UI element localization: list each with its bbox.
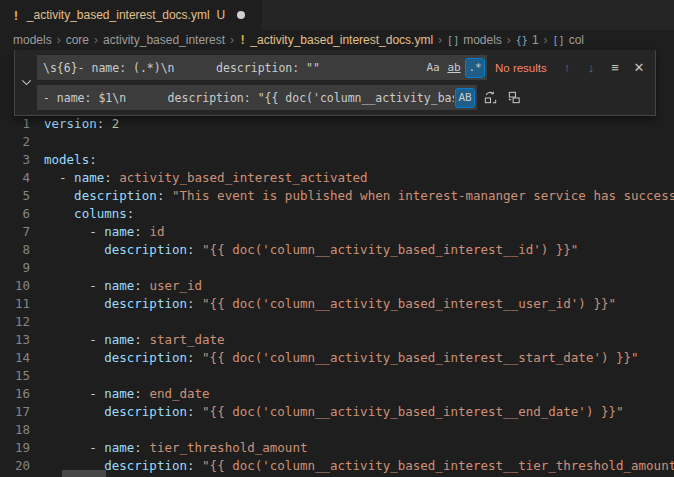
line-number: 3 bbox=[0, 151, 44, 169]
code-line[interactable]: 15 bbox=[0, 367, 674, 385]
line-number: 11 bbox=[0, 295, 44, 313]
breadcrumb-label: models bbox=[463, 33, 502, 47]
toggle-replace-button[interactable] bbox=[15, 50, 37, 115]
code-line[interactable]: 2 bbox=[0, 133, 674, 151]
breadcrumb-item-models[interactable]: models bbox=[13, 33, 52, 47]
code-text bbox=[44, 259, 674, 277]
close-find-widget-button[interactable]: ✕ bbox=[628, 57, 650, 79]
code-text: models: bbox=[44, 151, 674, 169]
code-text: - name: end_date bbox=[44, 385, 674, 403]
breadcrumb-label: models bbox=[13, 33, 52, 47]
tab-filename: _activity_based_interest_docs.yml bbox=[27, 8, 210, 22]
tab-activity-based-interest-docs[interactable]: ! _activity_based_interest_docs.yml U bbox=[0, 0, 262, 30]
code-text: columns: bbox=[44, 205, 674, 223]
warning-icon: ! bbox=[239, 33, 246, 47]
code-line[interactable]: 9 bbox=[0, 259, 674, 277]
breadcrumb-separator: › bbox=[57, 33, 61, 47]
line-number: 15 bbox=[0, 367, 44, 385]
breadcrumb-label: col bbox=[569, 33, 584, 47]
code-text: description: "{{ doc('column__activity_b… bbox=[44, 295, 674, 313]
next-match-button[interactable]: ↓ bbox=[580, 57, 602, 79]
code-text: - name: activity_based_interest_activate… bbox=[44, 169, 674, 187]
code-text: description: "{{ doc('column__activity_b… bbox=[44, 241, 674, 259]
code-text: version: 2 bbox=[44, 115, 674, 133]
line-number: 8 bbox=[0, 241, 44, 259]
replace-button[interactable] bbox=[479, 87, 501, 109]
object-icon: {} bbox=[516, 35, 528, 46]
code-line[interactable]: 8 description: "{{ doc('column__activity… bbox=[0, 241, 674, 259]
line-number: 12 bbox=[0, 313, 44, 331]
line-number: 2 bbox=[0, 133, 44, 151]
breadcrumb-label: _activity_based_interest_docs.yml bbox=[250, 33, 433, 47]
chevron-down-icon bbox=[21, 74, 32, 92]
code-lines[interactable]: 1version: 223models:4 - name: activity_b… bbox=[0, 115, 674, 475]
code-line[interactable]: 19 - name: tier_threshold_amount bbox=[0, 439, 674, 457]
code-line[interactable]: 4 - name: activity_based_interest_activa… bbox=[0, 169, 674, 187]
breadcrumb-label: activity_based_interest bbox=[103, 33, 225, 47]
previous-match-button[interactable]: ↑ bbox=[556, 57, 578, 79]
line-number: 14 bbox=[0, 349, 44, 367]
line-number: 18 bbox=[0, 421, 44, 439]
code-line[interactable]: 12 bbox=[0, 313, 674, 331]
regex-toggle[interactable]: .* bbox=[465, 58, 485, 78]
code-line[interactable]: 14 description: "{{ doc('column__activit… bbox=[0, 349, 674, 367]
find-query-text: \s{6}- name: (.*)\n description: "" bbox=[43, 61, 422, 75]
find-row: \s{6}- name: (.*)\n description: "" Aa a… bbox=[37, 55, 650, 80]
line-number: 1 bbox=[0, 115, 44, 133]
breadcrumb-item-activity-based-interest[interactable]: activity_based_interest bbox=[103, 33, 225, 47]
code-line[interactable]: 5 description: "This event is published … bbox=[0, 187, 674, 205]
line-number: 5 bbox=[0, 187, 44, 205]
find-replace-widget: \s{6}- name: (.*)\n description: "" Aa a… bbox=[14, 50, 656, 116]
find-in-selection-button[interactable]: ≡ bbox=[604, 57, 626, 79]
breadcrumb-separator: › bbox=[230, 33, 234, 47]
code-line[interactable]: 17 description: "{{ doc('column__activit… bbox=[0, 403, 674, 421]
code-text bbox=[44, 313, 674, 331]
code-line[interactable]: 7 - name: id bbox=[0, 223, 674, 241]
code-text: description: "This event is published wh… bbox=[44, 187, 674, 205]
code-text: - name: id bbox=[44, 223, 674, 241]
replace-options: AB bbox=[454, 88, 477, 108]
find-options: Aa ab .* bbox=[422, 58, 487, 78]
breadcrumb-item-col[interactable]: []col bbox=[553, 33, 584, 47]
find-input[interactable]: \s{6}- name: (.*)\n description: "" Aa a… bbox=[37, 55, 487, 80]
modified-dot-icon[interactable] bbox=[237, 11, 245, 19]
code-line[interactable]: 3models: bbox=[0, 151, 674, 169]
code-text: - name: start_date bbox=[44, 331, 674, 349]
line-number: 19 bbox=[0, 439, 44, 457]
array-icon: [] bbox=[447, 35, 459, 46]
replace-all-button[interactable] bbox=[503, 87, 525, 109]
breadcrumb-item-models[interactable]: []models bbox=[447, 33, 502, 47]
code-line[interactable]: 13 - name: start_date bbox=[0, 331, 674, 349]
find-widget-body: \s{6}- name: (.*)\n description: "" Aa a… bbox=[37, 50, 655, 115]
array-icon: [] bbox=[553, 35, 565, 46]
line-number: 16 bbox=[0, 385, 44, 403]
breadcrumb-item-1[interactable]: {}1 bbox=[516, 33, 539, 47]
code-line[interactable]: 10 - name: user_id bbox=[0, 277, 674, 295]
code-text: description: "{{ doc('column__activity_b… bbox=[44, 403, 674, 421]
code-line[interactable]: 6 columns: bbox=[0, 205, 674, 223]
find-results-count: No results bbox=[495, 62, 547, 74]
code-line[interactable]: 16 - name: end_date bbox=[0, 385, 674, 403]
code-line[interactable]: 11 description: "{{ doc('column__activit… bbox=[0, 295, 674, 313]
breadcrumb-item-core[interactable]: core bbox=[66, 33, 89, 47]
breadcrumb-separator: › bbox=[94, 33, 98, 47]
code-line[interactable]: 18 bbox=[0, 421, 674, 439]
breadcrumb-label: 1 bbox=[532, 33, 539, 47]
git-untracked-badge: U bbox=[217, 8, 226, 22]
horizontal-scrollbar-thumb[interactable] bbox=[62, 470, 106, 477]
line-number: 10 bbox=[0, 277, 44, 295]
breadcrumb-item--activity-based-interest-docs-yml[interactable]: !_activity_based_interest_docs.yml bbox=[239, 33, 433, 47]
code-text bbox=[44, 421, 674, 439]
code-text: - name: tier_threshold_amount bbox=[44, 439, 674, 457]
line-number: 13 bbox=[0, 331, 44, 349]
code-line[interactable]: 1version: 2 bbox=[0, 115, 674, 133]
code-text: description: "{{ doc('column__activity_b… bbox=[44, 457, 674, 475]
preserve-case-toggle[interactable]: AB bbox=[455, 88, 475, 108]
replace-value-text: - name: $1\n description: "{{ doc('colum… bbox=[43, 91, 454, 105]
replace-row: - name: $1\n description: "{{ doc('colum… bbox=[37, 85, 650, 110]
line-number: 6 bbox=[0, 205, 44, 223]
replace-input[interactable]: - name: $1\n description: "{{ doc('colum… bbox=[37, 85, 477, 110]
whole-word-toggle[interactable]: ab bbox=[444, 58, 464, 78]
line-number: 7 bbox=[0, 223, 44, 241]
match-case-toggle[interactable]: Aa bbox=[423, 58, 443, 78]
